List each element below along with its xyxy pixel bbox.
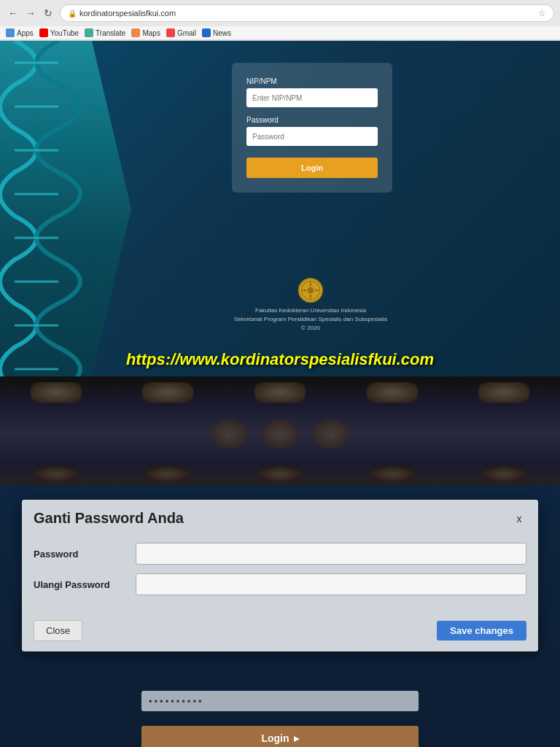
ornament-b4 (370, 466, 414, 482)
modal-repeat-input[interactable] (136, 573, 526, 595)
behind-modal-content: •••••••••• Login ▸ (0, 691, 560, 747)
modal-title: Ganti Password Anda (34, 510, 184, 527)
behind-login-arrow: ▸ (294, 732, 299, 744)
bookmark-gmail-label: Gmail (177, 29, 196, 37)
svg-point-10 (308, 287, 314, 294)
bookmark-youtube-label: YouTube (50, 29, 79, 37)
bookmarks-bar: Apps YouTube Translate Maps Gmail News (0, 26, 560, 40)
login-button[interactable]: Login (246, 158, 378, 178)
bookmark-news-label: News (213, 29, 231, 37)
nip-label: NIP/NPM (246, 77, 378, 85)
ornament-right (478, 382, 529, 403)
browser-chrome: ← → ↻ 🔒 kordinatorspesialisfkui.com ☆ Ap… (0, 0, 560, 41)
university-subtitle: Sekretariat Program Pendidikan Spesialis… (234, 315, 387, 324)
behind-password-field: •••••••••• (141, 691, 419, 711)
ornament-b3 (258, 466, 302, 482)
university-section: Fakultas Kedokteran Universitas Indonesi… (234, 277, 387, 333)
modal-footer: Close Save changes (22, 613, 538, 651)
website-content: NIP/NPM Password Login Fakultas Kedokter… (0, 41, 560, 376)
url-text: kordinatorspesialisfkui.com (79, 9, 176, 18)
modal-close-button[interactable]: x (512, 511, 526, 526)
bookmark-maps[interactable]: Maps (131, 28, 160, 37)
bookmark-translate-label: Translate (96, 29, 125, 37)
behind-login-label: Login (261, 732, 289, 744)
bookmark-translate[interactable]: Translate (85, 28, 125, 37)
apps-icon (6, 28, 15, 37)
bookmark-apps-label: Apps (17, 29, 34, 37)
floral-decoration (211, 419, 349, 449)
browser-topbar: ← → ↻ 🔒 kordinatorspesialisfkui.com ☆ (0, 0, 560, 26)
copyright: © 2020 (234, 324, 387, 333)
bookmark-apps[interactable]: Apps (6, 28, 34, 37)
behind-login-button[interactable]: Login ▸ (141, 726, 419, 747)
bookmark-youtube[interactable]: YouTube (39, 28, 79, 37)
modal-password-input[interactable] (136, 543, 526, 565)
floral-piece-3 (313, 419, 349, 449)
password-field-row: Password (34, 543, 526, 565)
browser-window: ← → ↻ 🔒 kordinatorspesialisfkui.com ☆ Ap… (0, 0, 560, 379)
ornament-center-right (367, 382, 418, 403)
close-button[interactable]: Close (34, 620, 82, 641)
dna-decoration (0, 41, 131, 376)
address-bar[interactable]: 🔒 kordinatorspesialisfkui.com ☆ (60, 4, 554, 22)
ornament-center (254, 382, 306, 403)
university-name: Fakultas Kedokteran Universitas Indonesi… (234, 306, 387, 315)
bottom-ornament-row (0, 463, 560, 485)
modal-header: Ganti Password Anda x (22, 500, 538, 534)
ornament-b5 (482, 466, 526, 482)
save-changes-button[interactable]: Save changes (437, 621, 526, 640)
bookmark-star-icon: ☆ (538, 8, 546, 18)
password-group: Password (246, 116, 378, 146)
repeat-password-field-row: Ulangi Password (34, 573, 526, 595)
ornament-b1 (34, 466, 78, 482)
nip-group: NIP/NPM (246, 77, 378, 107)
floral-piece-2 (262, 419, 298, 449)
modal-repeat-label: Ulangi Password (34, 579, 128, 590)
ornament-center-left (142, 382, 193, 403)
modal-body: Password Ulangi Password (22, 534, 538, 613)
login-card: NIP/NPM Password Login (232, 63, 392, 193)
bookmark-maps-label: Maps (142, 29, 160, 37)
ornament-b2 (146, 466, 190, 482)
youtube-icon (39, 28, 48, 37)
bookmark-gmail[interactable]: Gmail (166, 28, 196, 37)
nav-buttons: ← → ↻ (6, 6, 55, 20)
university-logo (298, 277, 324, 303)
password-input[interactable] (246, 127, 378, 146)
nip-input[interactable] (246, 88, 378, 107)
back-button[interactable]: ← (6, 6, 20, 20)
modal-dialog: Ganti Password Anda x Password Ulangi Pa… (22, 500, 538, 651)
maps-icon (131, 28, 140, 37)
password-label: Password (246, 116, 378, 124)
floral-piece-1 (211, 419, 247, 449)
translate-icon (85, 28, 93, 37)
news-icon (202, 28, 211, 37)
top-ornament-row (0, 379, 560, 405)
bookmark-news[interactable]: News (202, 28, 231, 37)
lock-icon: 🔒 (68, 9, 77, 18)
forward-button[interactable]: → (23, 6, 38, 20)
ornament-left (31, 382, 82, 403)
refresh-button[interactable]: ↻ (41, 6, 55, 20)
modal-password-label: Password (34, 549, 128, 560)
separator (0, 405, 560, 463)
gmail-icon (166, 28, 175, 37)
bottom-section: Ganti Password Anda x Password Ulangi Pa… (0, 485, 560, 747)
url-watermark: https://www.kordinatorspesialisfkui.com (0, 350, 560, 369)
